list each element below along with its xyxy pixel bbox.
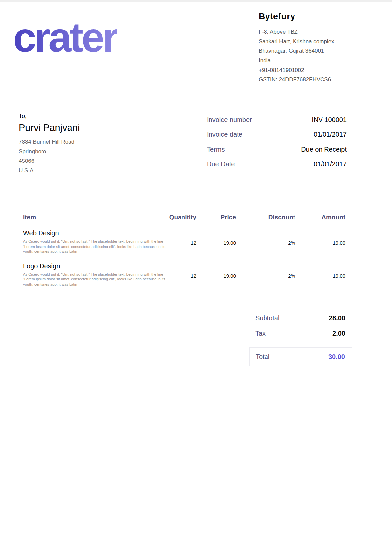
company-address: F-8, Above TBZ Sahkari Hart, Krishna com… (259, 27, 384, 84)
tax-value: 2.00 (332, 330, 345, 337)
item-quantity: 12 (167, 229, 196, 254)
total-label: Total (256, 353, 269, 361)
tax-label: Tax (255, 330, 266, 337)
item-price: 19.00 (196, 262, 236, 287)
item-name: Web Design (23, 229, 167, 237)
table-row: Logo Design As Cicero would put it, “Um,… (23, 262, 345, 287)
subtotal-label: Subtotal (255, 314, 279, 322)
due-date-value: 01/01/2017 (314, 161, 347, 168)
bill-to-address-line: 7884 Bunnel Hill Road (19, 137, 157, 147)
terms-value: Due on Receipt (301, 146, 347, 153)
column-header-discount: Discount (236, 214, 295, 221)
total-box: Total 30.00 (249, 347, 352, 366)
invoice-date-value: 01/01/2017 (314, 131, 347, 138)
company-address-line: Sahkari Hart, Krishna complex (259, 37, 384, 46)
item-price: 19.00 (196, 229, 236, 254)
item-description: As Cicero would put it, “Um, not so fast… (23, 272, 165, 287)
totals-divider (22, 306, 370, 306)
total-value: 30.00 (328, 353, 345, 361)
column-header-item: Item (23, 214, 167, 221)
items-table: Item Quanitity Price Discount Amount Web… (23, 214, 370, 287)
items-table-header: Item Quanitity Price Discount Amount (23, 214, 345, 221)
bill-to-block: To, Purvi Panjvani 7884 Bunnel Hill Road… (19, 113, 157, 175)
crater-logo: crater (13, 15, 117, 61)
item-name: Logo Design (23, 262, 167, 270)
column-header-quantity: Quanitity (167, 214, 196, 221)
terms-label: Terms (207, 146, 225, 153)
item-discount: 2% (236, 262, 295, 287)
terms-row: Terms Due on Receipt (207, 146, 347, 155)
invoice-date-label: Invoice date (207, 131, 242, 138)
tax-row: Tax 2.00 (249, 330, 352, 339)
company-name: Bytefury (259, 12, 384, 22)
totals-block: Subtotal 28.00 Tax 2.00 Total 30.00 (249, 314, 352, 366)
item-amount: 19.00 (295, 229, 345, 254)
invoice-number-row: Invoice number INV-100001 (207, 116, 347, 125)
invoice-page: crater Bytefury F-8, Above TBZ Sahkari H… (0, 0, 392, 555)
item-cell: Web Design As Cicero would put it, “Um, … (23, 229, 167, 254)
due-date-label: Due Date (207, 161, 235, 168)
invoice-number-label: Invoice number (207, 116, 252, 124)
item-amount: 19.00 (295, 262, 345, 287)
bill-to-address-line: U.S.A (19, 166, 157, 175)
bill-to-address-line: 45066 (19, 156, 157, 166)
company-gstin: GSTIN: 24DDF7682FHVCS6 (259, 75, 384, 84)
invoice-date-row: Invoice date 01/01/2017 (207, 131, 347, 140)
item-quantity: 12 (167, 262, 196, 287)
due-date-row: Due Date 01/01/2017 (207, 161, 347, 170)
company-address-line: India (259, 56, 384, 65)
invoice-header: crater Bytefury F-8, Above TBZ Sahkari H… (0, 2, 392, 89)
company-address-line: Bhavnagar, Gujrat 364001 (259, 46, 384, 56)
subtotal-row: Subtotal 28.00 (249, 314, 352, 324)
bill-to-name: Purvi Panjvani (19, 122, 157, 133)
column-header-price: Price (196, 214, 236, 221)
invoice-meta: Invoice number INV-100001 Invoice date 0… (207, 116, 347, 175)
item-cell: Logo Design As Cicero would put it, “Um,… (23, 262, 167, 287)
company-phone: +91-08141901002 (259, 65, 384, 75)
subtotal-value: 28.00 (329, 314, 345, 322)
item-discount: 2% (236, 229, 295, 254)
company-block: Bytefury F-8, Above TBZ Sahkari Hart, Kr… (259, 12, 384, 84)
bill-to-label: To, (19, 113, 157, 120)
invoice-number-value: INV-100001 (312, 116, 347, 124)
bill-to-address-line: Springboro (19, 147, 157, 156)
item-description: As Cicero would put it, “Um, not so fast… (23, 239, 165, 254)
bill-to-address: 7884 Bunnel Hill Road Springboro 45066 U… (19, 137, 157, 175)
column-header-amount: Amount (295, 214, 345, 221)
table-row: Web Design As Cicero would put it, “Um, … (23, 229, 345, 254)
company-address-line: F-8, Above TBZ (259, 27, 384, 37)
